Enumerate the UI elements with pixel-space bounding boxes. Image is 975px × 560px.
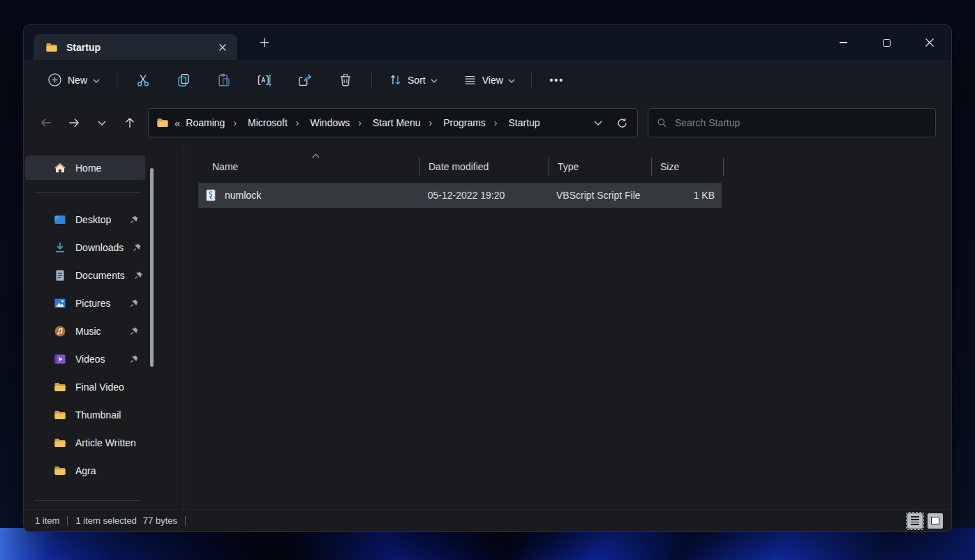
chevron-down-icon — [508, 79, 515, 83]
file-name: numlock — [225, 190, 261, 201]
sidebar-scrollbar[interactable] — [150, 168, 154, 367]
selection-count: 1 item selected — [75, 515, 136, 526]
plus-circle-icon — [47, 73, 62, 87]
sidebar-item-label: Downloads — [75, 242, 124, 253]
file-date-cell: 05-12-2022 19:20 — [419, 190, 548, 201]
delete-button[interactable] — [329, 68, 362, 93]
cut-button[interactable] — [127, 68, 159, 93]
column-header-name[interactable]: Name — [198, 158, 420, 176]
details-view-button[interactable] — [907, 513, 923, 529]
new-tab-button[interactable] — [254, 32, 275, 53]
breadcrumb-startup[interactable]: Startup — [506, 116, 543, 130]
minimize-button[interactable] — [821, 25, 865, 60]
sidebar-item-label: Home — [75, 162, 101, 174]
address-bar[interactable]: « Roaming Microsoft Windows Start Menu P… — [148, 108, 638, 137]
refresh-icon — [616, 117, 628, 129]
rename-icon — [257, 73, 272, 88]
sidebar-item-documents[interactable]: Documents — [25, 263, 145, 287]
view-button[interactable]: View — [456, 68, 521, 93]
sidebar-item-label: Desktop — [75, 214, 111, 225]
search-box[interactable] — [648, 108, 936, 137]
sidebar-item-downloads[interactable]: Downloads — [25, 235, 145, 259]
content-area: Home Desktop Downloads — [24, 145, 951, 509]
breadcrumb-overflow-icon[interactable]: « — [174, 117, 180, 129]
maximize-button[interactable] — [865, 25, 908, 60]
large-icons-view-icon — [931, 517, 939, 524]
chevron-down-icon — [93, 79, 100, 83]
close-button[interactable] — [908, 25, 951, 60]
pin-icon — [130, 354, 139, 363]
up-button[interactable] — [116, 110, 144, 135]
column-header-date-modified[interactable]: Date modified — [420, 158, 549, 176]
file-size-cell: 1 KB — [650, 190, 722, 201]
see-more-button[interactable]: ••• — [542, 68, 572, 93]
view-button-label: View — [482, 75, 503, 86]
paste-button[interactable] — [208, 68, 240, 93]
new-button[interactable]: New — [40, 68, 107, 93]
toolbar-divider — [371, 72, 372, 89]
toolbar-divider — [117, 72, 117, 89]
breadcrumb-start-menu[interactable]: Start Menu — [370, 116, 440, 130]
toolbar-divider — [531, 72, 532, 89]
copy-icon — [176, 73, 191, 88]
share-button[interactable] — [289, 68, 321, 93]
desktop-icon — [54, 213, 66, 226]
breadcrumb-roaming[interactable]: Roaming — [183, 116, 245, 130]
search-input[interactable] — [675, 117, 927, 128]
sort-button[interactable]: Sort — [382, 68, 444, 93]
downloads-icon — [54, 241, 66, 254]
details-view-icon — [911, 516, 919, 524]
titlebar[interactable]: Startup — [24, 25, 951, 60]
chevron-down-icon — [98, 121, 106, 126]
sort-ascending-icon — [312, 153, 320, 158]
up-icon — [123, 116, 137, 130]
sidebar-item-thumbnail[interactable]: Thumbnail — [25, 402, 145, 427]
column-header-size[interactable]: Size — [652, 158, 724, 176]
file-row-numlock[interactable]: numlock 05-12-2022 19:20 VBScript Script… — [198, 183, 722, 208]
sidebar-item-label: Documents — [75, 270, 125, 281]
forward-icon — [67, 116, 81, 130]
sidebar-item-pictures[interactable]: Pictures — [25, 291, 145, 315]
paste-icon — [216, 73, 232, 88]
sidebar-item-desktop[interactable]: Desktop — [25, 207, 145, 232]
copy-button[interactable] — [168, 68, 200, 93]
breadcrumb-programs[interactable]: Programs — [440, 116, 505, 130]
folder-icon — [54, 464, 66, 477]
large-icons-view-button[interactable] — [928, 513, 943, 529]
sidebar-item-final-video[interactable]: Final Video — [25, 374, 145, 399]
rename-button[interactable] — [248, 68, 281, 93]
back-icon — [39, 116, 53, 130]
sidebar-item-home[interactable]: Home — [25, 156, 145, 180]
file-name-cell: numlock — [198, 189, 419, 202]
address-dropdown-button[interactable] — [587, 112, 609, 134]
sort-icon — [388, 73, 403, 87]
sidebar-item-videos[interactable]: Videos — [25, 347, 145, 371]
item-count: 1 item — [35, 515, 59, 526]
forward-button[interactable] — [60, 110, 88, 135]
sidebar-item-agra[interactable]: Agra — [25, 458, 145, 483]
refresh-button[interactable] — [611, 112, 633, 134]
home-icon — [54, 162, 66, 174]
sidebar-bottom-divider — [34, 500, 140, 501]
breadcrumb-windows[interactable]: Windows — [308, 116, 370, 130]
new-button-label: New — [68, 75, 87, 86]
sidebar-item-label: Pictures — [75, 298, 111, 309]
column-header-type[interactable]: Type — [549, 158, 652, 176]
navigation-bar: « Roaming Microsoft Windows Start Menu P… — [24, 100, 951, 145]
sidebar-item-article-written[interactable]: Article Written — [25, 430, 145, 455]
videos-icon — [54, 353, 66, 365]
documents-icon — [54, 269, 66, 282]
back-button[interactable] — [32, 110, 60, 135]
tab-close-icon[interactable] — [214, 38, 232, 56]
sidebar-item-music[interactable]: Music — [25, 319, 145, 343]
pin-icon — [130, 326, 139, 335]
pictures-icon — [54, 297, 66, 310]
view-icon — [463, 73, 477, 87]
recent-locations-button[interactable] — [88, 110, 116, 135]
window-controls — [821, 25, 951, 60]
tab-startup[interactable]: Startup — [34, 34, 237, 60]
sidebar-item-label: Final Video — [75, 381, 124, 393]
breadcrumb-microsoft[interactable]: Microsoft — [245, 116, 307, 130]
music-icon — [54, 325, 66, 338]
maximize-icon — [883, 39, 891, 47]
